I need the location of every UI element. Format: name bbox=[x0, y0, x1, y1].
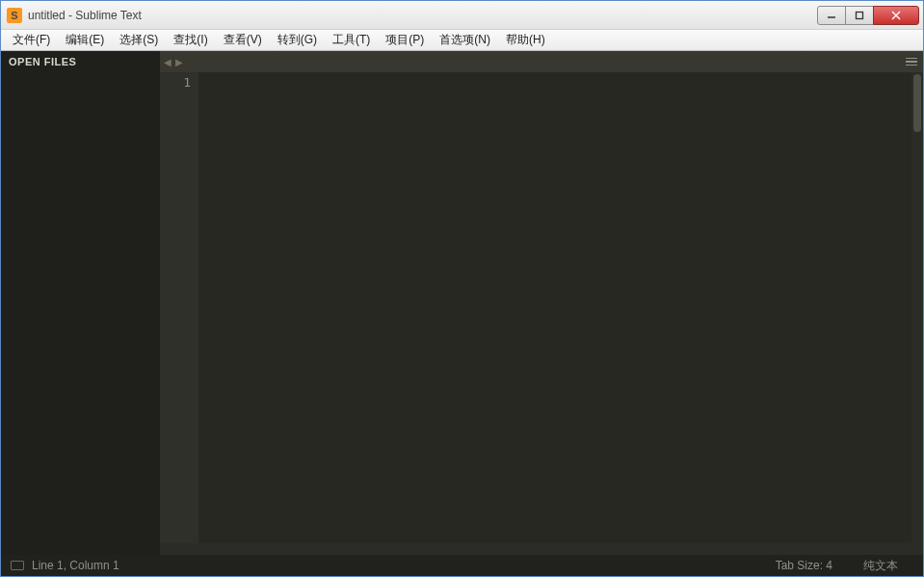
vertical-scrollbar[interactable] bbox=[911, 72, 923, 543]
line-number: 1 bbox=[160, 74, 191, 92]
menu-goto[interactable]: 转到(G) bbox=[270, 30, 325, 50]
status-left: Line 1, Column 1 bbox=[11, 559, 119, 572]
svg-rect-1 bbox=[857, 12, 863, 18]
app-window: S untitled - Sublime Text 文件(F) 编辑(E) 选择… bbox=[0, 0, 924, 577]
menu-bar: 文件(F) 编辑(E) 选择(S) 查找(I) 查看(V) 转到(G) 工具(T… bbox=[1, 30, 923, 51]
menu-find[interactable]: 查找(I) bbox=[166, 30, 215, 50]
text-area[interactable] bbox=[198, 72, 911, 543]
sidebar-open-files-header: OPEN FILES bbox=[1, 51, 160, 72]
menu-view[interactable]: 查看(V) bbox=[216, 30, 270, 50]
tab-next-icon[interactable]: ▶ bbox=[175, 57, 183, 67]
editor-area: ◀ ▶ 1 bbox=[160, 51, 923, 555]
scrollbar-thumb[interactable] bbox=[913, 74, 921, 132]
horizontal-scrollbar[interactable] bbox=[160, 543, 923, 555]
status-syntax[interactable]: 纯文本 bbox=[848, 558, 913, 574]
app-icon: S bbox=[7, 8, 22, 23]
panel-switcher-icon[interactable] bbox=[11, 561, 24, 570]
body-area: OPEN FILES ◀ ▶ 1 bbox=[1, 51, 923, 555]
tab-menu-icon[interactable] bbox=[904, 56, 919, 68]
status-tab-size[interactable]: Tab Size: 4 bbox=[760, 559, 848, 572]
window-controls bbox=[818, 6, 919, 25]
minimize-button[interactable] bbox=[817, 6, 846, 25]
menu-edit[interactable]: 编辑(E) bbox=[58, 30, 112, 50]
window-title: untitled - Sublime Text bbox=[28, 9, 818, 22]
editor-body: 1 bbox=[160, 72, 923, 543]
tab-prev-icon[interactable]: ◀ bbox=[164, 57, 172, 67]
menu-tools[interactable]: 工具(T) bbox=[325, 30, 378, 50]
status-bar: Line 1, Column 1 Tab Size: 4 纯文本 bbox=[1, 555, 923, 576]
menu-file[interactable]: 文件(F) bbox=[5, 30, 58, 50]
menu-project[interactable]: 项目(P) bbox=[378, 30, 432, 50]
sidebar: OPEN FILES bbox=[1, 51, 160, 555]
status-position[interactable]: Line 1, Column 1 bbox=[32, 559, 119, 572]
menu-help[interactable]: 帮助(H) bbox=[498, 30, 553, 50]
tab-nav: ◀ ▶ bbox=[164, 57, 183, 67]
title-bar[interactable]: S untitled - Sublime Text bbox=[1, 1, 923, 30]
menu-preferences[interactable]: 首选项(N) bbox=[432, 30, 498, 50]
maximize-button[interactable] bbox=[845, 6, 874, 25]
line-gutter: 1 bbox=[160, 72, 198, 543]
tab-bar: ◀ ▶ bbox=[160, 51, 923, 72]
close-button[interactable] bbox=[873, 6, 919, 25]
menu-selection[interactable]: 选择(S) bbox=[112, 30, 166, 50]
